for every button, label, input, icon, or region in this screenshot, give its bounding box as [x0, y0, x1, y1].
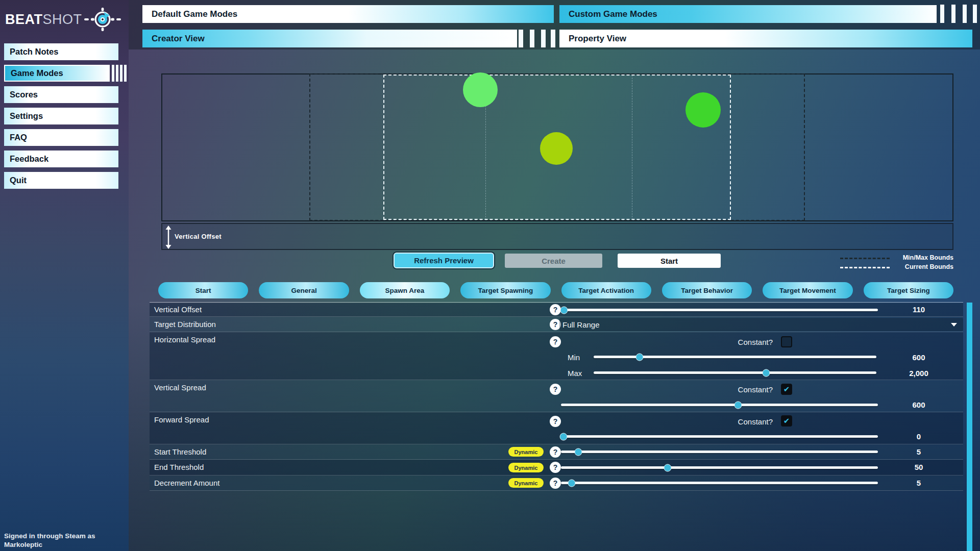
constant-checkbox[interactable]: ✔: [781, 415, 792, 427]
slider-knob[interactable]: [762, 369, 770, 377]
setting-label: Vertical Spread: [154, 383, 206, 392]
constant-label: Constant?: [691, 417, 773, 426]
constant-checkbox[interactable]: ✔: [781, 384, 792, 395]
vertical-offset-strip: Vertical Offset: [161, 223, 953, 250]
start-button[interactable]: Start: [618, 254, 721, 268]
dynamic-badge: Dynamic: [508, 478, 544, 488]
setting-value: 600: [888, 400, 949, 409]
settings-panel-divider: [150, 302, 963, 303]
create-button[interactable]: Create: [505, 254, 602, 268]
setting-label: Decrement Amount: [154, 479, 219, 487]
help-icon[interactable]: ?: [550, 446, 561, 458]
tab-spawn-area[interactable]: Spawn Area: [360, 282, 450, 298]
tab-target-spawning[interactable]: Target Spawning: [460, 282, 550, 298]
max-label: Max: [568, 369, 582, 378]
constant-label: Constant?: [691, 338, 773, 346]
tab-start[interactable]: Start: [158, 282, 248, 298]
setting-label: Start Threshold: [154, 447, 206, 456]
setting-label: Target Distribution: [154, 320, 216, 329]
setting-label: Horizontal Spread: [154, 335, 215, 344]
help-icon[interactable]: ?: [550, 478, 561, 489]
help-icon[interactable]: ?: [550, 304, 561, 315]
target-dot[interactable]: [685, 92, 721, 128]
up-down-arrow-icon: [164, 226, 173, 249]
setting-value: 5: [888, 447, 949, 456]
min-label: Min: [568, 353, 580, 362]
help-icon[interactable]: ?: [550, 384, 561, 395]
slider-knob[interactable]: [734, 401, 742, 409]
forward-spread-slider[interactable]: [561, 435, 878, 438]
setting-row-target-distribution: Target Distribution ? Full Range: [150, 317, 963, 332]
setting-label: Vertical Offset: [154, 305, 202, 314]
setting-label: Forward Spread: [154, 415, 209, 424]
constant-checkbox[interactable]: [781, 336, 792, 347]
dynamic-badge: Dynamic: [508, 463, 544, 472]
dynamic-badge: Dynamic: [508, 447, 544, 457]
setting-value: 0: [888, 432, 949, 441]
setting-row-forward-spread: Forward Spread ? Constant? ✔ 0: [150, 412, 963, 444]
setting-row-start-threshold: Start Threshold Dynamic ? 5: [150, 444, 963, 460]
setting-row-vertical-spread: Vertical Spread ? Constant? ✔ 600: [150, 380, 963, 412]
setting-row-vertical-offset: Vertical Offset ? 110: [150, 303, 963, 317]
setting-row-horizontal-spread: Horizontal Spread ? Constant? Min 600 Ma…: [150, 332, 963, 380]
vertical-offset-slider[interactable]: [561, 309, 878, 311]
slider-knob[interactable]: [560, 306, 568, 314]
current-bounds-dash-sample: [840, 267, 890, 268]
setting-label: End Threshold: [154, 463, 204, 471]
minmax-bounds-dash-sample: [840, 258, 890, 259]
horizontal-spread-max-slider[interactable]: [594, 371, 876, 374]
current-bounds-legend-label: Current Bounds: [892, 263, 953, 270]
slider-knob[interactable]: [636, 353, 644, 361]
slider-knob[interactable]: [575, 448, 582, 456]
setting-value: 5: [888, 479, 949, 487]
target-dot[interactable]: [463, 72, 498, 107]
settings-scrollbar[interactable]: [967, 303, 972, 551]
spawn-area-settings: Vertical Offset ? 110 Target Distributio…: [150, 303, 963, 491]
help-icon[interactable]: ?: [550, 336, 561, 347]
slider-knob[interactable]: [568, 479, 576, 487]
minmax-bounds-legend-label: Min/Max Bounds: [892, 254, 953, 261]
setting-row-decrement-amount: Decrement Amount Dynamic ? 5: [150, 475, 963, 491]
slider-knob[interactable]: [559, 433, 567, 440]
tab-target-sizing[interactable]: Target Sizing: [864, 282, 953, 298]
tab-target-behavior[interactable]: Target Behavior: [662, 282, 752, 298]
vertical-spread-slider[interactable]: [561, 404, 878, 406]
setting-value: 600: [888, 353, 949, 362]
help-icon[interactable]: ?: [550, 416, 561, 427]
refresh-preview-button[interactable]: Refresh Preview: [394, 253, 494, 268]
category-tabs: Start General Spawn Area Target Spawning…: [158, 282, 953, 298]
slider-knob[interactable]: [664, 464, 672, 471]
setting-value: 50: [888, 463, 949, 471]
beatshot-window: Default Game Modes Custom Game Modes Cre…: [0, 0, 980, 551]
setting-row-end-threshold: End Threshold Dynamic ? 50: [150, 460, 963, 475]
horizontal-spread-min-slider[interactable]: [594, 356, 876, 358]
end-threshold-slider[interactable]: [561, 466, 878, 469]
constant-label: Constant?: [691, 385, 773, 394]
dropdown-value: Full Range: [562, 320, 600, 329]
tab-target-activation[interactable]: Target Activation: [561, 282, 651, 298]
chevron-down-icon: [951, 323, 957, 327]
setting-value: 2,000: [888, 369, 949, 378]
decrement-amount-slider[interactable]: [561, 482, 878, 484]
tab-target-movement[interactable]: Target Movement: [763, 282, 852, 298]
target-dot[interactable]: [540, 132, 573, 165]
target-distribution-dropdown[interactable]: Full Range: [559, 318, 963, 331]
help-icon[interactable]: ?: [550, 462, 561, 473]
setting-value: 110: [888, 305, 949, 314]
start-threshold-slider[interactable]: [561, 450, 878, 453]
vertical-offset-strip-label: Vertical Offset: [175, 224, 222, 249]
tab-general[interactable]: General: [259, 282, 349, 298]
